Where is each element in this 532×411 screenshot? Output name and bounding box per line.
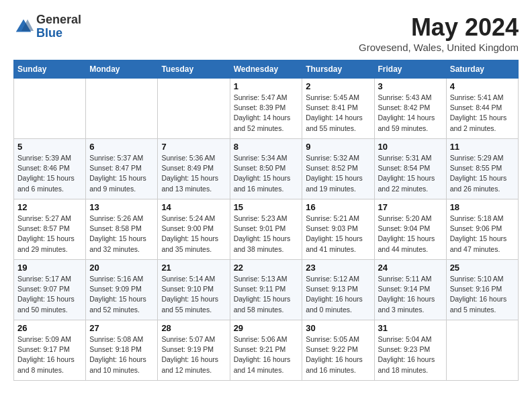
weekday-header: Monday: [86, 60, 158, 79]
day-number: 14: [161, 202, 226, 212]
day-number: 12: [17, 202, 82, 212]
calendar-day-cell: 22Sunrise: 5:13 AM Sunset: 9:11 PM Dayli…: [230, 260, 302, 320]
calendar-day-cell: 8Sunrise: 5:34 AM Sunset: 8:50 PM Daylig…: [230, 139, 302, 199]
calendar-day-cell: 18Sunrise: 5:18 AM Sunset: 9:06 PM Dayli…: [446, 199, 518, 260]
day-info: Sunrise: 5:18 AM Sunset: 9:06 PM Dayligh…: [450, 214, 515, 255]
day-number: 5: [17, 142, 82, 152]
calendar-day-cell: 16Sunrise: 5:21 AM Sunset: 9:03 PM Dayli…: [302, 199, 374, 260]
calendar-day-cell: 11Sunrise: 5:29 AM Sunset: 8:55 PM Dayli…: [446, 139, 518, 199]
day-number: 26: [17, 323, 82, 333]
location: Grovesend, Wales, United Kingdom: [359, 42, 519, 53]
calendar-week-row: 1Sunrise: 5:47 AM Sunset: 8:39 PM Daylig…: [14, 79, 519, 139]
day-info: Sunrise: 5:11 AM Sunset: 9:14 PM Dayligh…: [378, 274, 443, 315]
calendar-table: SundayMondayTuesdayWednesdayThursdayFrid…: [13, 60, 519, 381]
day-info: Sunrise: 5:36 AM Sunset: 8:49 PM Dayligh…: [161, 153, 226, 194]
day-number: 17: [378, 202, 443, 212]
weekday-header: Sunday: [14, 60, 86, 79]
day-number: 30: [306, 323, 370, 333]
weekday-header: Friday: [374, 60, 446, 79]
calendar-day-cell: 24Sunrise: 5:11 AM Sunset: 9:14 PM Dayli…: [374, 260, 446, 320]
day-info: Sunrise: 5:21 AM Sunset: 9:03 PM Dayligh…: [306, 214, 370, 255]
day-number: 8: [234, 142, 299, 152]
day-info: Sunrise: 5:20 AM Sunset: 9:04 PM Dayligh…: [378, 214, 443, 255]
day-number: 16: [306, 202, 370, 212]
weekday-header: Saturday: [446, 60, 518, 79]
calendar-day-cell: 19Sunrise: 5:17 AM Sunset: 9:07 PM Dayli…: [14, 260, 86, 320]
calendar-day-cell: 13Sunrise: 5:26 AM Sunset: 8:58 PM Dayli…: [86, 199, 158, 260]
day-info: Sunrise: 5:39 AM Sunset: 8:46 PM Dayligh…: [17, 153, 82, 194]
calendar-day-cell: 6Sunrise: 5:37 AM Sunset: 8:47 PM Daylig…: [86, 139, 158, 199]
logo-general-text: General: [36, 13, 81, 27]
day-number: 11: [450, 142, 515, 152]
page-header: General Blue May 2024 Grovesend, Wales, …: [13, 13, 519, 53]
calendar-day-cell: 15Sunrise: 5:23 AM Sunset: 9:01 PM Dayli…: [230, 199, 302, 260]
day-number: 28: [161, 323, 226, 333]
day-info: Sunrise: 5:43 AM Sunset: 8:42 PM Dayligh…: [378, 93, 443, 134]
day-info: Sunrise: 5:32 AM Sunset: 8:52 PM Dayligh…: [306, 153, 370, 194]
day-number: 29: [234, 323, 299, 333]
calendar-day-cell: 9Sunrise: 5:32 AM Sunset: 8:52 PM Daylig…: [302, 139, 374, 199]
calendar-day-cell: 17Sunrise: 5:20 AM Sunset: 9:04 PM Dayli…: [374, 199, 446, 260]
day-number: 1: [234, 81, 299, 91]
day-info: Sunrise: 5:16 AM Sunset: 9:09 PM Dayligh…: [89, 274, 154, 315]
day-number: 21: [161, 263, 226, 273]
day-info: Sunrise: 5:06 AM Sunset: 9:21 PM Dayligh…: [234, 334, 299, 375]
day-number: 20: [89, 263, 154, 273]
logo: General Blue: [13, 13, 81, 40]
month-title: May 2024: [359, 13, 519, 42]
day-number: 27: [89, 323, 154, 333]
day-number: 22: [234, 263, 299, 273]
day-info: Sunrise: 5:37 AM Sunset: 8:47 PM Dayligh…: [89, 153, 154, 194]
day-number: 19: [17, 263, 82, 273]
day-info: Sunrise: 5:04 AM Sunset: 9:23 PM Dayligh…: [378, 334, 443, 375]
calendar-week-row: 5Sunrise: 5:39 AM Sunset: 8:46 PM Daylig…: [14, 139, 519, 199]
day-info: Sunrise: 5:41 AM Sunset: 8:44 PM Dayligh…: [450, 93, 515, 134]
calendar-day-cell: 4Sunrise: 5:41 AM Sunset: 8:44 PM Daylig…: [446, 79, 518, 139]
calendar-day-cell: 27Sunrise: 5:08 AM Sunset: 9:18 PM Dayli…: [86, 320, 158, 381]
day-number: 9: [306, 142, 370, 152]
day-number: 15: [234, 202, 299, 212]
calendar-day-cell: 3Sunrise: 5:43 AM Sunset: 8:42 PM Daylig…: [374, 79, 446, 139]
day-info: Sunrise: 5:08 AM Sunset: 9:18 PM Dayligh…: [89, 334, 154, 375]
day-info: Sunrise: 5:26 AM Sunset: 8:58 PM Dayligh…: [89, 214, 154, 255]
day-number: 31: [378, 323, 443, 333]
calendar-header-row: SundayMondayTuesdayWednesdayThursdayFrid…: [14, 60, 519, 79]
logo-blue-text: Blue: [36, 27, 81, 40]
day-number: 25: [450, 263, 515, 273]
day-info: Sunrise: 5:10 AM Sunset: 9:16 PM Dayligh…: [450, 274, 515, 315]
calendar-day-cell: 21Sunrise: 5:14 AM Sunset: 9:10 PM Dayli…: [158, 260, 230, 320]
day-info: Sunrise: 5:31 AM Sunset: 8:54 PM Dayligh…: [378, 153, 443, 194]
day-info: Sunrise: 5:29 AM Sunset: 8:55 PM Dayligh…: [450, 153, 515, 194]
calendar-day-cell: 25Sunrise: 5:10 AM Sunset: 9:16 PM Dayli…: [446, 260, 518, 320]
day-number: 3: [378, 81, 443, 91]
weekday-header: Thursday: [302, 60, 374, 79]
day-number: 10: [378, 142, 443, 152]
calendar-day-cell: [86, 79, 158, 139]
day-info: Sunrise: 5:47 AM Sunset: 8:39 PM Dayligh…: [234, 93, 299, 134]
day-info: Sunrise: 5:45 AM Sunset: 8:41 PM Dayligh…: [306, 93, 370, 134]
calendar-day-cell: 5Sunrise: 5:39 AM Sunset: 8:46 PM Daylig…: [14, 139, 86, 199]
calendar-day-cell: [158, 79, 230, 139]
day-info: Sunrise: 5:34 AM Sunset: 8:50 PM Dayligh…: [234, 153, 299, 194]
weekday-header: Tuesday: [158, 60, 230, 79]
day-number: 13: [89, 202, 154, 212]
day-info: Sunrise: 5:12 AM Sunset: 9:13 PM Dayligh…: [306, 274, 370, 315]
calendar-day-cell: [14, 79, 86, 139]
calendar-day-cell: 12Sunrise: 5:27 AM Sunset: 8:57 PM Dayli…: [14, 199, 86, 260]
calendar-day-cell: 28Sunrise: 5:07 AM Sunset: 9:19 PM Dayli…: [158, 320, 230, 381]
calendar-week-row: 12Sunrise: 5:27 AM Sunset: 8:57 PM Dayli…: [14, 199, 519, 260]
calendar-day-cell: 30Sunrise: 5:05 AM Sunset: 9:22 PM Dayli…: [302, 320, 374, 381]
day-number: 7: [161, 142, 226, 152]
day-number: 24: [378, 263, 443, 273]
day-info: Sunrise: 5:05 AM Sunset: 9:22 PM Dayligh…: [306, 334, 370, 375]
day-info: Sunrise: 5:09 AM Sunset: 9:17 PM Dayligh…: [17, 334, 82, 375]
day-number: 4: [450, 81, 515, 91]
day-number: 23: [306, 263, 370, 273]
calendar-day-cell: 10Sunrise: 5:31 AM Sunset: 8:54 PM Dayli…: [374, 139, 446, 199]
day-info: Sunrise: 5:07 AM Sunset: 9:19 PM Dayligh…: [161, 334, 226, 375]
calendar-day-cell: [446, 320, 518, 381]
calendar-day-cell: 31Sunrise: 5:04 AM Sunset: 9:23 PM Dayli…: [374, 320, 446, 381]
weekday-header: Wednesday: [230, 60, 302, 79]
logo-icon: [13, 17, 34, 37]
day-info: Sunrise: 5:14 AM Sunset: 9:10 PM Dayligh…: [161, 274, 226, 315]
